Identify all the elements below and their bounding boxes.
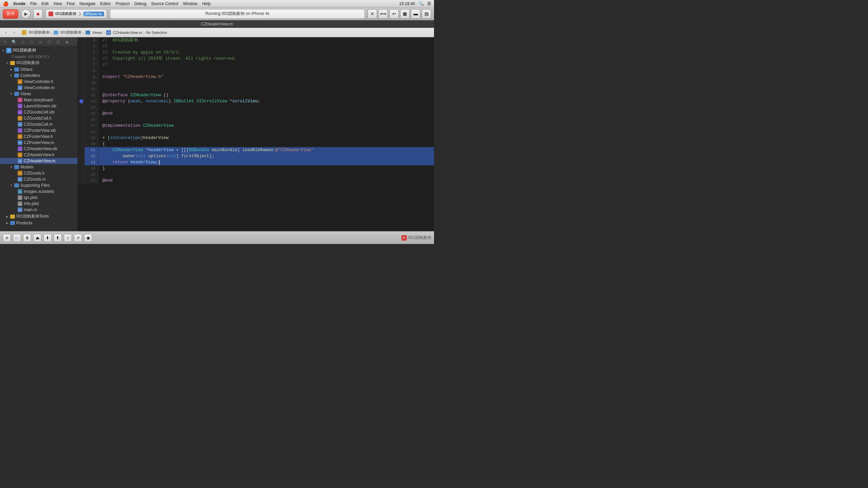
sidebar-search-btn[interactable]: 🔍: [10, 38, 18, 46]
sidebar-item-viewcontroller-h[interactable]: h ViewController.h: [0, 79, 78, 85]
source-control-menu[interactable]: Source Control: [151, 1, 178, 6]
help-menu[interactable]: Help: [202, 1, 211, 6]
chevron-right-icon: ❯: [78, 12, 81, 16]
sidebar-item-maingroup[interactable]: 001团购案例: [0, 59, 78, 66]
breadcrumb-item-5[interactable]: No Selection: [146, 30, 167, 35]
apple-menu[interactable]: 🍎: [3, 1, 8, 6]
line-gutter: [78, 74, 85, 80]
code-line-24: 24 }: [78, 165, 434, 171]
sidebar-history-btn[interactable]: ◈: [63, 38, 71, 46]
sidebar-item-launchscreen[interactable]: x LaunchScreen.xib: [0, 103, 78, 109]
sidebar-tag-btn[interactable]: ⬡: [45, 38, 53, 46]
code-editor[interactable]: 3 // 001团购案例 4 // 5 // Created by apple …: [78, 37, 434, 231]
navigate-menu[interactable]: Navigate: [79, 1, 95, 6]
find-menu[interactable]: Find: [67, 1, 75, 6]
line-content: @end: [98, 178, 113, 184]
file-menu[interactable]: File: [30, 1, 37, 6]
sidebar-item-czfooterview-h[interactable]: h CZFooterView.h: [0, 134, 78, 140]
scheme-name: 001团购案例: [55, 11, 76, 16]
breadcrumb-item-2[interactable]: 001团购案例: [60, 30, 81, 35]
sidebar-item-tests[interactable]: 001团购案例Tests: [0, 213, 78, 220]
bottom-pause-btn[interactable]: ⏸: [23, 234, 31, 242]
product-menu[interactable]: Product: [116, 1, 130, 6]
line-content: {: [98, 141, 105, 147]
line-gutter: [78, 37, 85, 43]
sidebar-recent-btn[interactable]: ◷: [54, 38, 62, 46]
breadcrumb-item-3[interactable]: Views: [92, 30, 102, 35]
bottom-eject-btn[interactable]: ⏏: [33, 234, 41, 242]
sidebar-item-main-storyboard[interactable]: s Main.storyboard: [0, 97, 78, 103]
nav-forward-button[interactable]: ›: [11, 29, 18, 36]
view-navigator-btn[interactable]: ▦: [400, 9, 410, 19]
sidebar-bookmark-btn[interactable]: ◇: [28, 38, 35, 46]
window-menu[interactable]: Window: [183, 1, 198, 6]
app-menu[interactable]: Xcode: [13, 1, 25, 6]
breadcrumb-item-1[interactable]: 001团购案例: [28, 30, 50, 35]
sidebar-item-czfooterview-m[interactable]: m CZFooterView.m: [0, 140, 78, 146]
sidebar-alert-btn[interactable]: ⚠: [19, 38, 26, 46]
edit-menu[interactable]: Edit: [41, 1, 48, 6]
sidebar-item-project[interactable]: P 001团购案例: [0, 47, 78, 54]
pause-button[interactable]: 暂停: [3, 9, 18, 19]
code-line-7: 7 //: [78, 62, 434, 68]
supporting-label: Supporting Files: [20, 183, 50, 188]
view-debug-btn[interactable]: ▬: [411, 9, 420, 19]
sidebar-item-images[interactable]: a Images.xcassets: [0, 188, 78, 195]
view-menu[interactable]: View: [53, 1, 62, 6]
sidebar: ≡ 🔍 ⚠ ◇ ≡ ⬡ ◷ ◈ P 001团购案例 2 targets, iOS…: [0, 37, 78, 231]
sidebar-item-main-m[interactable]: m main.m: [0, 207, 78, 213]
sidebar-item-supporting[interactable]: Supporting Files: [0, 182, 78, 188]
bottom-step-out-btn[interactable]: ⬆: [54, 234, 62, 242]
sidebar-item-czheaderview-h[interactable]: h CZHeaderView.h: [0, 152, 78, 158]
breadcrumb-item-4[interactable]: CZHeaderView.m: [113, 30, 142, 35]
debug-menu[interactable]: Debug: [134, 1, 146, 6]
bottom-play-btn[interactable]: ▷: [13, 234, 21, 242]
sidebar-item-info-plist[interactable]: p Info.plist: [0, 201, 78, 207]
line-number: 11: [85, 86, 98, 92]
sidebar-item-czgoodscell-h[interactable]: h CZGoodsCell.h: [0, 115, 78, 121]
stop-button[interactable]: ■: [33, 9, 43, 19]
sidebar-item-models[interactable]: Models: [0, 164, 78, 170]
bottom-arrow-btn[interactable]: ↗: [74, 234, 82, 242]
project-icon: P: [6, 48, 12, 53]
scheme-selector[interactable]: 001团购案例 ❯ iPhone 4s: [45, 9, 107, 19]
file-icon: a: [18, 189, 22, 194]
file-icon: h: [18, 134, 22, 139]
file-label: CZHeaderView.m: [24, 159, 56, 163]
menu-icon[interactable]: ☰: [427, 1, 431, 6]
bottom-nav-btn[interactable]: ≡: [3, 234, 11, 242]
sidebar-item-czgoods-m[interactable]: m CZGoods.m: [0, 176, 78, 182]
search-icon[interactable]: 🔍: [418, 1, 424, 6]
sidebar-item-czgoodscell-xib[interactable]: x CZGoodsCell.xib: [0, 109, 78, 115]
code-line-3: 3 // 001团购案例: [78, 37, 434, 43]
sidebar-item-others[interactable]: Others: [0, 66, 78, 73]
view-utilities-btn[interactable]: ▤: [422, 9, 431, 19]
bottom-locate-btn[interactable]: ◉: [84, 234, 92, 242]
nav-back-button[interactable]: ‹: [3, 29, 9, 36]
editor-version-btn[interactable]: ↩: [389, 9, 399, 19]
sidebar-item-czheaderview-xib[interactable]: x CZHeaderView.xib: [0, 146, 78, 152]
breadcrumb-bar: ‹ › 001团购案例 › 001团购案例 › Views › m CZHead…: [0, 28, 434, 37]
editor-menu[interactable]: Editor: [100, 1, 111, 6]
sidebar-item-czgoods-h[interactable]: h CZGoods.h: [0, 170, 78, 176]
sidebar-item-viewcontroller-m[interactable]: m ViewController.m: [0, 85, 78, 91]
sidebar-item-czgoodscell-m[interactable]: m CZGoodsCell.m: [0, 121, 78, 127]
file-title: CZHeaderView.m: [201, 22, 233, 26]
line-gutter: [78, 86, 85, 92]
line-gutter: [78, 135, 85, 141]
bottom-step-over-btn[interactable]: ↕: [64, 234, 72, 242]
sidebar-item-views[interactable]: Views: [0, 91, 78, 97]
sidebar-item-czheaderview-m[interactable]: m CZHeaderView.m: [0, 158, 78, 164]
sidebar-nav-btn[interactable]: ≡: [1, 38, 9, 46]
file-label: ViewController.h: [24, 79, 53, 84]
sidebar-hierarchy-btn[interactable]: ≡: [37, 38, 44, 46]
sidebar-item-controllers[interactable]: Controllers: [0, 73, 78, 79]
line-number: 18: [85, 129, 98, 135]
sidebar-item-czfooterview-xib[interactable]: x CZFooterView.xib: [0, 127, 78, 134]
editor-assistant-btn[interactable]: ⟺: [378, 9, 388, 19]
sidebar-item-tgs-plist[interactable]: p tgs.plist: [0, 195, 78, 201]
bottom-step-in-btn[interactable]: ⬇: [43, 234, 52, 242]
run-button[interactable]: ▶: [21, 9, 31, 19]
sidebar-item-products[interactable]: Products: [0, 220, 78, 226]
editor-standard-btn[interactable]: ≡: [368, 9, 377, 19]
